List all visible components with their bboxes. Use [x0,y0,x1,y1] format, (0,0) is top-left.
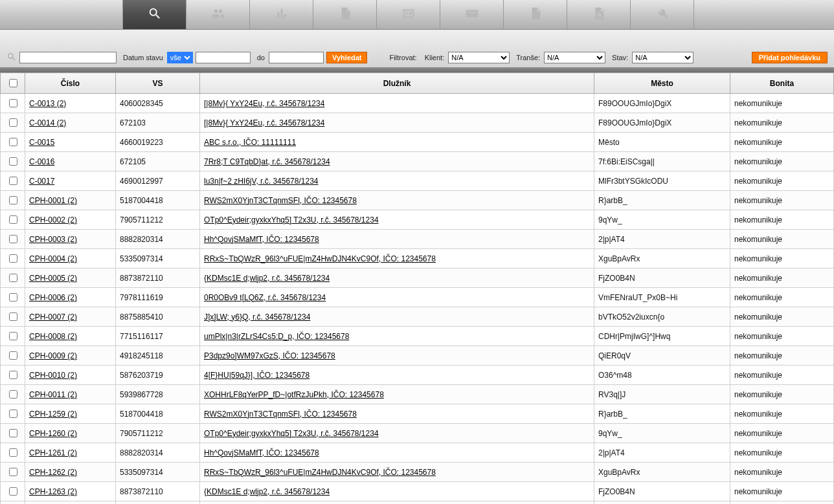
cislo-link[interactable]: CPH-1263 (2) [29,487,77,496]
add-claim-button[interactable]: Přidat pohledávku [752,52,828,63]
stav-select[interactable]: N/A [632,52,693,63]
dluznik-link[interactable]: J]x]LW; y6}Q, r.č. 345678/1234 [204,312,310,322]
dluznik-link[interactable]: RWS2mX0YjnT3CTqnmSFl, IČO: 12345678 [204,196,357,205]
cell-mesto: VmFENraUT_Px0B~Hi [594,501,730,505]
cell-dluznik: 7Rr8;T C9TqbD}at, r.č. 345678/1234 [200,152,594,171]
row-checkbox-cell [1,152,25,171]
cislo-link[interactable]: CPH-0002 (2) [29,215,77,225]
row-checkbox[interactable] [9,468,17,476]
cell-mesto: 2|p|AT4 [594,443,730,463]
row-checkbox[interactable] [9,410,17,418]
col-header-dluznik[interactable]: Dlužník [200,73,594,94]
table-row: CPH-0005 (2)8873872110{KDMsc1E d;wljp2, … [1,268,834,288]
nav-tab-doc[interactable] [313,0,377,29]
row-checkbox[interactable] [9,274,17,282]
row-checkbox[interactable] [9,254,17,263]
date-from-input[interactable] [196,52,251,63]
row-checkbox[interactable] [9,312,17,321]
nav-tab-tools[interactable] [631,0,694,29]
nav-tab-mail[interactable] [440,0,504,29]
dluznik-link[interactable]: XOHHrLF8qYerPP_fD~|otfRzJuPkh, IČO: 1234… [204,390,384,399]
search-input[interactable] [19,52,117,63]
nav-tab-users[interactable] [186,0,250,29]
row-checkbox[interactable] [9,177,17,185]
dluznik-link[interactable]: 4[F}HU|59qJ}], IČO: 12345678 [204,371,310,380]
dluznik-link[interactable]: P3dpz9o]WM97xGzS, IČO: 12345678 [204,351,335,360]
vse-select[interactable]: vše [167,52,193,63]
row-checkbox[interactable] [9,99,17,107]
cislo-link[interactable]: CPH-1262 (2) [29,468,77,477]
nav-tab-card[interactable] [377,0,440,29]
nav-tab-doc-search[interactable] [567,0,631,29]
dluznik-link[interactable]: RRxS~TbQWzR_96l3^uFUE|mZ4HwDJN4KvC9Of, I… [204,468,436,477]
col-header-vs[interactable]: VS [116,73,200,94]
dluznik-link[interactable]: [|8Mv}{ YxY24Eu, r.č. 345678/1234 [204,118,324,127]
cell-vs: 4690012997 [116,171,200,191]
col-header-mesto[interactable]: Město [594,73,730,94]
cislo-link[interactable]: CPH-1261 (2) [29,448,77,457]
dluznik-link[interactable]: RWS2mX0YjnT3CTqnmSFl, IČO: 12345678 [204,410,357,419]
dluznik-link[interactable]: 0R0OBv9 t[LQ6Z, r.č. 345678/1234 [204,293,326,302]
date-to-input[interactable] [269,52,324,63]
row-checkbox[interactable] [9,448,17,457]
cell-cislo: CPH-0009 (2) [25,346,116,366]
cislo-link[interactable]: CPH-0010 (2) [29,371,77,380]
nav-tab-doc-plus[interactable] [504,0,567,29]
klient-select[interactable]: N/A [448,52,510,63]
cislo-link[interactable]: CPH-0006 (2) [29,293,77,302]
row-checkbox[interactable] [9,293,17,301]
row-checkbox[interactable] [9,371,17,379]
cislo-link[interactable]: CPH-0007 (2) [29,312,77,322]
dluznik-link[interactable]: [|8Mv}{ YxY24Eu, r.č. 345678/1234 [204,99,324,108]
cell-mesto: FjZO0B4N [594,268,730,288]
cislo-link[interactable]: CPH-0011 (2) [29,390,77,399]
cislo-link[interactable]: CPH-0008 (2) [29,332,77,341]
cislo-link[interactable]: CPH-1259 (2) [29,410,77,419]
cislo-link[interactable]: CPH-0004 (2) [29,254,77,263]
row-checkbox[interactable] [9,138,17,146]
table-row: CPH-0003 (2)8882820314Hh^QovjSMaMfT, IČO… [1,230,834,249]
cell-bonita: nekomunikuje [730,443,834,463]
dluznik-link[interactable]: OTp0^Eydeir;gyxkxYhq5] T2x3U, r.č. 34567… [204,429,379,438]
row-checkbox[interactable] [9,157,17,166]
cislo-link[interactable]: C-0016 [29,157,54,166]
row-checkbox[interactable] [9,351,17,360]
cislo-link[interactable]: CPH-1260 (2) [29,429,77,438]
dluznik-link[interactable]: Hh^QovjSMaMfT, IČO: 12345678 [204,448,319,457]
dluznik-link[interactable]: lu3n|f~2 zHI6jV, r.č. 345678/1234 [204,177,318,186]
row-checkbox[interactable] [9,215,17,224]
dluznik-link[interactable]: ABC s.r.o., IČO: 11111111 [204,138,296,147]
nav-tab-search[interactable] [123,0,186,29]
filtrovat-label: Filtrovat: [389,54,416,61]
cell-vs: 8875885410 [116,307,200,327]
select-all-checkbox[interactable] [9,79,17,87]
dluznik-link[interactable]: umPlx|n3|rZLrS4Cs5:D_p, IČO: 12345678 [204,332,349,341]
row-checkbox[interactable] [9,487,17,496]
dluznik-link[interactable]: 7Rr8;T C9TqbD}at, r.č. 345678/1234 [204,157,330,166]
cell-cislo: CPH-0001 (2) [25,191,116,210]
dluznik-link[interactable]: {KDMsc1E d;wljp2, r.č. 345678/1234 [204,274,330,283]
cislo-link[interactable]: CPH-0009 (2) [29,351,77,360]
row-checkbox[interactable] [9,118,17,127]
dluznik-link[interactable]: Hh^QovjSMaMfT, IČO: 12345678 [204,235,319,244]
dluznik-link[interactable]: OTp0^Eydeir;gyxkxYhq5] T2x3U, r.č. 34567… [204,215,379,225]
cislo-link[interactable]: C-0014 (2) [29,118,66,127]
col-header-cislo[interactable]: Číslo [25,73,116,94]
search-button[interactable]: Vyhledat [326,52,367,63]
row-checkbox[interactable] [9,196,17,204]
row-checkbox[interactable] [9,235,17,243]
cislo-link[interactable]: CPH-0001 (2) [29,196,77,205]
cislo-link[interactable]: C-0017 [29,177,54,186]
row-checkbox[interactable] [9,332,17,340]
cislo-link[interactable]: C-0013 (2) [29,99,66,108]
col-header-bonita[interactable]: Bonita [730,73,834,94]
cislo-link[interactable]: CPH-0003 (2) [29,235,77,244]
row-checkbox[interactable] [9,429,17,437]
nav-tab-stats[interactable] [250,0,313,29]
dluznik-link[interactable]: {KDMsc1E d;wljp2, r.č. 345678/1234 [204,487,330,496]
cislo-link[interactable]: CPH-0005 (2) [29,274,77,283]
cislo-link[interactable]: C-0015 [29,138,54,147]
row-checkbox[interactable] [9,390,17,399]
dluznik-link[interactable]: RRxS~TbQWzR_96l3^uFUE|mZ4HwDJN4KvC9Of, I… [204,254,436,263]
transe-select[interactable]: N/A [544,52,605,63]
